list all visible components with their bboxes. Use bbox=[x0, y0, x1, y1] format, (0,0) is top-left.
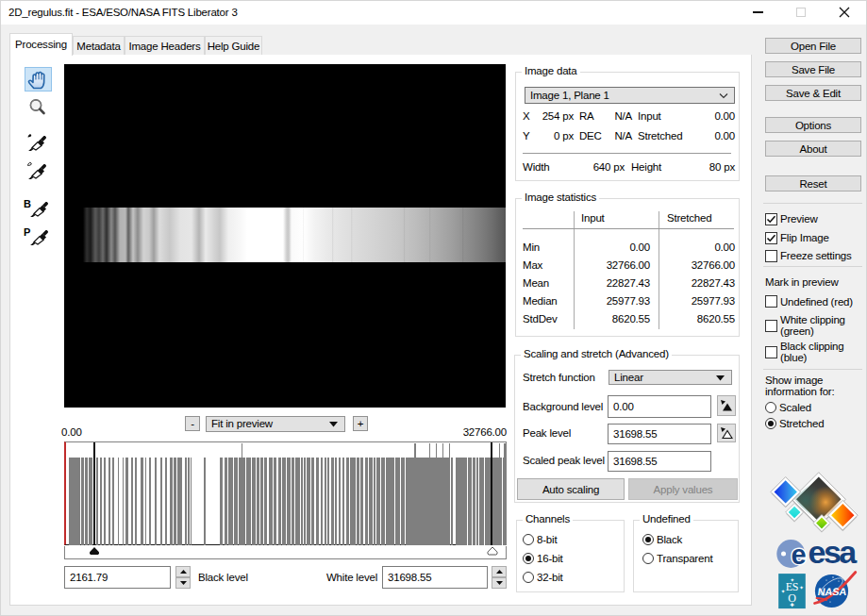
svg-text:✦: ✦ bbox=[789, 601, 795, 609]
svg-text:esa: esa bbox=[809, 534, 859, 570]
svg-text:✦: ✦ bbox=[799, 585, 804, 591]
svg-text:✦: ✦ bbox=[780, 589, 785, 594]
svg-text:NASA: NASA bbox=[817, 586, 847, 597]
svg-text:✦: ✦ bbox=[790, 577, 794, 583]
svg-text:e: e bbox=[792, 540, 807, 570]
